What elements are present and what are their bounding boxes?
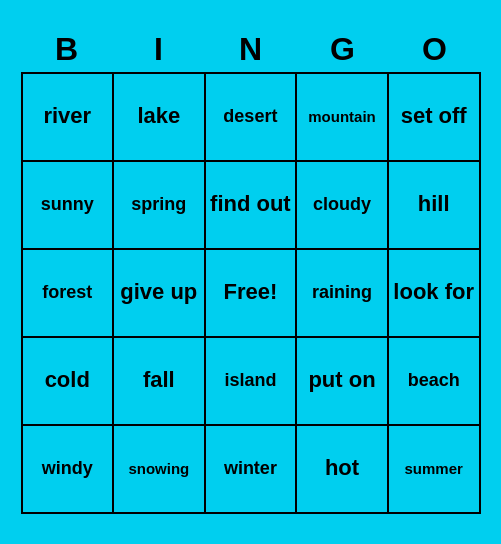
cell-2-3: raining — [296, 249, 388, 337]
cell-3-3: put on — [296, 337, 388, 425]
header-g: G — [299, 31, 387, 68]
header-o: O — [391, 31, 479, 68]
cell-0-0: river — [22, 73, 114, 161]
header-n: N — [207, 31, 295, 68]
bingo-header: B I N G O — [21, 31, 481, 68]
cell-4-4: summer — [388, 425, 480, 513]
bingo-container: B I N G O river lake desert mountain set… — [11, 21, 491, 524]
cell-2-1: give up — [113, 249, 205, 337]
cell-4-2: winter — [205, 425, 297, 513]
cell-2-0: forest — [22, 249, 114, 337]
cell-1-1: spring — [113, 161, 205, 249]
table-row: sunny spring find out cloudy hill — [22, 161, 480, 249]
table-row: forest give up Free! raining look for — [22, 249, 480, 337]
cell-3-2: island — [205, 337, 297, 425]
cell-1-3: cloudy — [296, 161, 388, 249]
cell-1-0: sunny — [22, 161, 114, 249]
cell-3-4: beach — [388, 337, 480, 425]
cell-0-3: mountain — [296, 73, 388, 161]
cell-2-4: look for — [388, 249, 480, 337]
cell-1-4: hill — [388, 161, 480, 249]
cell-4-0: windy — [22, 425, 114, 513]
table-row: cold fall island put on beach — [22, 337, 480, 425]
cell-3-1: fall — [113, 337, 205, 425]
table-row: river lake desert mountain set off — [22, 73, 480, 161]
cell-0-2: desert — [205, 73, 297, 161]
header-b: B — [23, 31, 111, 68]
table-row: windy snowing winter hot summer — [22, 425, 480, 513]
cell-3-0: cold — [22, 337, 114, 425]
cell-4-1: snowing — [113, 425, 205, 513]
bingo-grid: river lake desert mountain set off sunny… — [21, 72, 481, 514]
cell-0-1: lake — [113, 73, 205, 161]
cell-0-4: set off — [388, 73, 480, 161]
cell-2-2: Free! — [205, 249, 297, 337]
cell-4-3: hot — [296, 425, 388, 513]
header-i: I — [115, 31, 203, 68]
cell-1-2: find out — [205, 161, 297, 249]
